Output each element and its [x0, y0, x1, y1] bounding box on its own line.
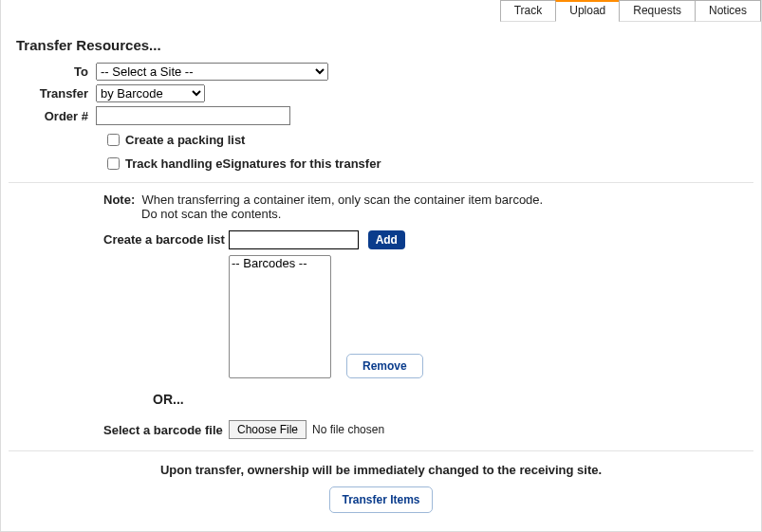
- note-block: Note: When transferring a container item…: [103, 193, 761, 221]
- page-title: Transfer Resources...: [16, 37, 761, 53]
- choose-file-button[interactable]: Choose File: [229, 420, 307, 439]
- tab-track[interactable]: Track: [500, 0, 557, 22]
- remove-button[interactable]: Remove: [346, 354, 423, 378]
- select-file-label: Select a barcode file: [103, 423, 229, 437]
- order-label: Order #: [1, 109, 96, 123]
- barcode-input[interactable]: [229, 230, 359, 249]
- footer-note: Upon transfer, ownership will be immedia…: [1, 463, 761, 477]
- esignature-checkbox[interactable]: [107, 157, 120, 170]
- transfer-mode-select[interactable]: by Barcode: [96, 84, 205, 102]
- site-select[interactable]: -- Select a Site --: [96, 63, 328, 81]
- add-button[interactable]: Add: [368, 230, 405, 249]
- barcode-listbox[interactable]: -- Barcodes --: [229, 255, 331, 378]
- divider-bottom: [9, 450, 753, 451]
- packing-list-checkbox[interactable]: [107, 134, 120, 146]
- order-number-input[interactable]: [96, 106, 290, 125]
- packing-list-label: Create a packing list: [125, 133, 245, 147]
- divider-top: [9, 182, 753, 183]
- tab-upload[interactable]: Upload: [555, 0, 620, 22]
- to-label: To: [1, 64, 96, 79]
- tab-requests[interactable]: Requests: [619, 0, 696, 22]
- transfer-label: Transfer: [1, 86, 96, 101]
- file-status: No file chosen: [312, 423, 384, 436]
- tab-notices[interactable]: Notices: [695, 0, 761, 22]
- tab-bar: Track Upload Requests Notices: [1, 0, 761, 22]
- transfer-items-button[interactable]: Transfer Items: [329, 486, 432, 513]
- note-label: Note:: [103, 193, 135, 207]
- create-barcode-list-label: Create a barcode list: [103, 230, 229, 247]
- or-label: OR...: [153, 392, 761, 407]
- esignature-label: Track handling eSignatures for this tran…: [125, 156, 381, 171]
- note-subtext: Do not scan the contents.: [141, 207, 761, 221]
